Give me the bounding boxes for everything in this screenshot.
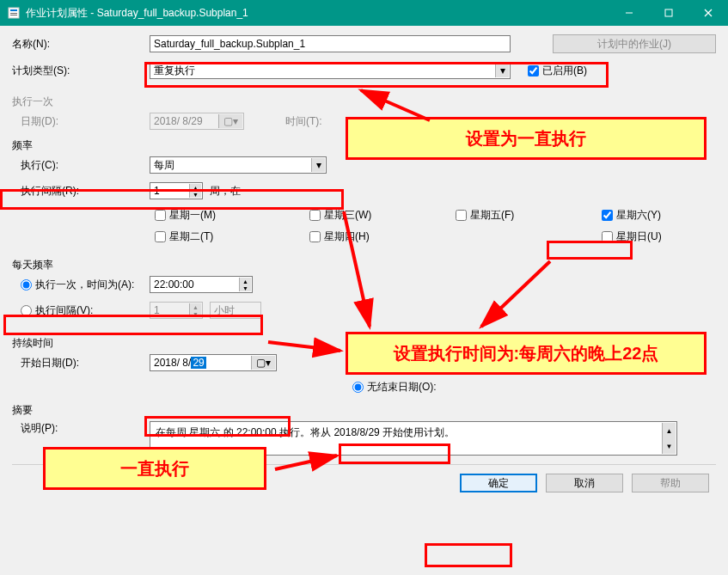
minimize-button[interactable]: [609, 0, 649, 26]
once-group-title: 执行一次: [12, 95, 150, 109]
day-sat-checkbox[interactable]: [602, 210, 613, 221]
titlebar: 作业计划属性 - Saturday_full_backup.Subplan_1: [0, 0, 728, 26]
start-date-label: 开始日期(D):: [12, 356, 150, 370]
once-date-label: 日期(D):: [12, 114, 150, 129]
exec-label: 执行(C):: [12, 158, 150, 173]
enabled-checkbox[interactable]: [528, 65, 539, 76]
summary-textarea[interactable]: 在每周 星期六 的 22:00:00 执行。将从 2018/8/29 开始使用计…: [150, 421, 677, 456]
day-wed-label: 星期三(W): [324, 208, 371, 223]
once-time-label: 时间(T):: [285, 114, 322, 129]
highlight-ok: [425, 543, 512, 567]
name-input[interactable]: [150, 35, 511, 52]
close-button[interactable]: [688, 0, 728, 26]
interval-label: 执行间隔(R):: [12, 184, 150, 199]
day-tue-label: 星期二(T): [169, 229, 213, 244]
svg-rect-1: [10, 9, 17, 11]
desc-label: 说明(P):: [12, 421, 150, 436]
calendar-icon: ▢▾: [598, 356, 622, 370]
help-button[interactable]: 帮助: [632, 474, 709, 492]
maximize-button[interactable]: [649, 0, 688, 26]
spin-up-icon[interactable]: ▲: [239, 278, 251, 284]
day-fri-label: 星期五(F): [470, 208, 514, 223]
titlebar-title: 作业计划属性 - Saturday_full_backup.Subplan_1: [26, 6, 609, 21]
once-at-time-value: 22:00:00: [154, 278, 194, 291]
chevron-down-icon: ▾: [311, 158, 325, 172]
svg-rect-3: [10, 15, 17, 15]
summary-title: 摘要: [12, 403, 716, 418]
spin-down-icon[interactable]: ▼: [189, 191, 201, 198]
enabled-label: 已启用(B): [542, 64, 587, 78]
scroll-down-icon[interactable]: ▼: [662, 438, 676, 454]
every-n-spinner: 1 ▲▼: [150, 302, 203, 319]
duration-title: 持续时间: [12, 336, 716, 351]
day-thu-label: 星期四(H): [324, 229, 370, 244]
once-at-time-input[interactable]: 22:00:00 ▲▼: [150, 276, 253, 293]
day-sun-label: 星期日(U): [616, 229, 662, 244]
every-unit-combo: 小时: [210, 302, 261, 319]
once-at-label: 执行一次，时间为(A):: [35, 278, 134, 292]
end-date-radio[interactable]: [359, 358, 370, 369]
once-date-picker: 2018/ 8/29 ▢▾: [150, 113, 244, 130]
svg-rect-5: [665, 9, 672, 16]
plan-type-label: 计划类型(S):: [12, 64, 150, 78]
every-unit-value: 小时: [214, 303, 235, 318]
exec-combo[interactable]: 每周 ▾: [150, 156, 327, 174]
exec-value: 每周: [154, 158, 174, 173]
day-wed-checkbox[interactable]: [309, 210, 321, 221]
spin-up-icon[interactable]: ▲: [189, 184, 201, 191]
jobs-in-plan-button[interactable]: 计划中的作业(J): [553, 34, 716, 53]
day-mon-label: 星期一(M): [169, 208, 216, 223]
interval-value: 1: [154, 185, 160, 197]
end-date-value: 2018/ 8/29: [501, 357, 550, 369]
end-date-picker: 2018/ 8/29 ▢▾: [497, 354, 624, 371]
interval-spinner[interactable]: 1 ▲▼: [150, 182, 203, 199]
every-label: 执行间隔(V):: [35, 303, 93, 318]
day-thu-checkbox[interactable]: [309, 231, 321, 242]
every-n-value: 1: [154, 304, 160, 316]
day-sat-label: 星期六(Y): [616, 208, 661, 223]
start-date-y: 2018/ 8/: [154, 357, 191, 369]
cancel-button[interactable]: 取消: [546, 474, 623, 492]
once-at-radio[interactable]: [21, 279, 32, 291]
plan-type-combo[interactable]: 重复执行 ▾: [150, 62, 511, 79]
once-date-value: 2018/ 8/29: [154, 115, 203, 127]
app-icon: [7, 6, 21, 20]
end-date-label: 结束日期(E):: [374, 356, 431, 370]
weeks-at-label: 周，在: [210, 184, 241, 199]
every-radio[interactable]: [21, 305, 32, 316]
no-end-label: 无结束日期(O):: [367, 380, 437, 395]
chevron-down-icon: ▾: [495, 64, 509, 77]
start-date-picker[interactable]: 2018/ 8/29 ▢▾: [150, 354, 277, 371]
day-fri-checkbox[interactable]: [456, 210, 467, 221]
calendar-icon: ▢▾: [218, 114, 242, 128]
ok-button[interactable]: 确定: [460, 474, 537, 492]
plan-type-value: 重复执行: [154, 64, 195, 78]
day-mon-checkbox[interactable]: [155, 210, 166, 221]
day-sun-checkbox[interactable]: [602, 231, 613, 242]
summary-text: 在每周 星期六 的 22:00:00 执行。将从 2018/8/29 开始使用计…: [156, 426, 455, 438]
start-date-d: 29: [191, 357, 205, 369]
scroll-up-icon[interactable]: ▲: [662, 423, 676, 438]
spin-down-icon[interactable]: ▼: [239, 284, 251, 291]
day-tue-checkbox[interactable]: [155, 231, 166, 242]
daily-freq-title: 每天频率: [12, 258, 716, 272]
freq-group-title: 频率: [12, 138, 716, 153]
no-end-radio[interactable]: [352, 382, 364, 393]
name-label: 名称(N):: [12, 37, 150, 52]
calendar-icon: ▢▾: [251, 356, 275, 370]
svg-rect-2: [10, 13, 17, 14]
